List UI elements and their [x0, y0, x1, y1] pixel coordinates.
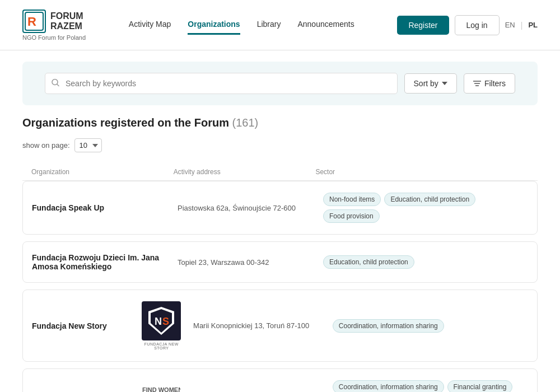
table-header: Organization Activity address Sector	[22, 164, 538, 181]
lang-en[interactable]: EN	[505, 21, 515, 29]
chevron-down-icon	[442, 82, 447, 85]
filter-icon	[473, 80, 481, 87]
org-logo: N S FUNDACJA NEW STORY	[139, 301, 184, 350]
search-icon	[52, 79, 59, 88]
search-wrapper	[45, 73, 398, 94]
header: R FORUM RAZEM NGO Forum for Poland Activ…	[0, 0, 560, 50]
org-name: Fundacja Rozwoju Dzieci Im. Jana Amosa K…	[32, 253, 169, 271]
nav-organizations[interactable]: Organizations	[188, 15, 240, 35]
register-button[interactable]: Register	[397, 16, 449, 35]
table-row[interactable]: Fundacja New Story N S FUNDACJA NEW STOR…	[22, 290, 538, 362]
table-row[interactable]: VOICE Amplified FIND WOMEN AND GIRLS IN …	[22, 368, 538, 392]
org-address: Piastowska 62a, Świnoujście 72-600	[178, 204, 314, 212]
nav-activity-map[interactable]: Activity Map	[129, 15, 171, 35]
svg-text:R: R	[27, 15, 36, 29]
org-sectors: Non-food items Education, child protecti…	[323, 193, 528, 223]
logo-icon: R	[22, 10, 46, 33]
lang-separator: |	[521, 21, 523, 30]
org-sectors: Coordination, information sharing Financ…	[333, 380, 528, 392]
svg-text:N: N	[155, 316, 162, 327]
search-section: Sort by Filters	[22, 62, 538, 105]
lang-pl[interactable]: PL	[528, 21, 538, 29]
table-row[interactable]: Fundacja Rozwoju Dzieci Im. Jana Amosa K…	[22, 241, 538, 283]
svg-line-3	[57, 85, 59, 86]
table-row[interactable]: Fundacja Speak Up Piastowska 62a, Świnou…	[22, 181, 538, 235]
filters-button[interactable]: Filters	[464, 73, 515, 94]
sort-button[interactable]: Sort by	[404, 73, 457, 94]
org-sectors: Coordination, information sharing	[333, 319, 528, 333]
org-address: Topiel 23, Warszawa 00-342	[178, 258, 314, 267]
header-actions: Register Log in EN | PL	[397, 15, 538, 35]
main-content: Organizations registered on the Forum (1…	[0, 116, 560, 392]
logo-subtitle: NGO Forum for Poland	[22, 34, 86, 41]
page-title: Organizations registered on the Forum (1…	[22, 116, 538, 129]
show-on-page-select[interactable]: 10 20 50	[74, 138, 102, 152]
org-address: Marii Konopnickiej 13, Toruń 87-100	[193, 321, 324, 330]
org-logo: FIND WOMEN AND GIRLS IN CR V ICE	[139, 381, 184, 392]
logo: R FORUM RAZEM NGO Forum for Poland	[22, 10, 86, 41]
svg-text:S: S	[162, 316, 169, 327]
svg-text:FIND WOMEN AND GIRLS IN CR: FIND WOMEN AND GIRLS IN CR	[142, 386, 180, 392]
nav-library[interactable]: Library	[257, 15, 281, 35]
voice-logo-svg: FIND WOMEN AND GIRLS IN CR V ICE	[142, 382, 180, 392]
org-name: Fundacja Speak Up	[32, 203, 169, 212]
org-sectors: Education, child protection	[323, 255, 528, 269]
org-name: Fundacja New Story	[32, 321, 130, 330]
show-on-page-control: show on page: 10 20 50	[22, 138, 538, 152]
org-logo-ns: N S	[142, 301, 181, 340]
main-nav: Activity Map Organizations Library Annou…	[129, 15, 354, 35]
search-input[interactable]	[45, 73, 398, 94]
nav-announcements[interactable]: Announcements	[297, 15, 354, 35]
logo-text: FORUM RAZEM	[50, 11, 83, 31]
login-button[interactable]: Log in	[455, 15, 500, 35]
